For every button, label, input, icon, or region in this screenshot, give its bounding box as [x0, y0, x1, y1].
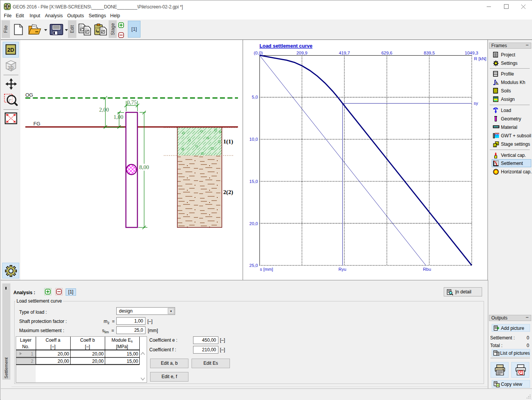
svg-text:10,0: 10,0 [249, 137, 258, 142]
svg-text:No.: No. [22, 344, 30, 349]
svg-text:1(1): 1(1) [223, 138, 233, 145]
svg-text:209,9: 209,9 [296, 51, 307, 55]
svg-text:15,0: 15,0 [249, 179, 258, 184]
svg-text:FG: FG [33, 121, 40, 127]
svg-text:Load settlement curve: Load settlement curve [259, 43, 312, 49]
svg-text:R [kN]: R [kN] [474, 56, 486, 61]
svg-text:5,0: 5,0 [252, 95, 258, 99]
svg-text:20,00: 20,00 [58, 359, 69, 364]
svg-text:419,7: 419,7 [339, 51, 350, 55]
svg-text:Module Es: Module Es [111, 337, 133, 343]
svg-text:Ryu: Ryu [339, 267, 346, 272]
svg-text:8,00: 8,00 [139, 164, 149, 170]
svg-text:1: 1 [494, 144, 496, 147]
svg-text:15,00: 15,00 [127, 351, 138, 357]
svg-text:2D: 2D [7, 47, 14, 53]
svg-text:1049,3: 1049,3 [465, 51, 478, 55]
svg-text:25,0: 25,0 [249, 263, 258, 268]
svg-text:(0,0): (0,0) [254, 51, 263, 55]
svg-text:2: 2 [31, 359, 33, 364]
svg-text:Coeff b: Coeff b [80, 337, 95, 343]
svg-text:0,75: 0,75 [127, 99, 137, 105]
svg-text:s [mm]: s [mm] [260, 267, 273, 272]
svg-text:2,00: 2,00 [99, 107, 109, 113]
svg-text:20,00: 20,00 [92, 359, 104, 364]
svg-text:OG: OG [25, 92, 33, 98]
svg-text:Coeff a: Coeff a [46, 337, 61, 343]
svg-text:2(2): 2(2) [223, 189, 233, 196]
svg-text:1: 1 [31, 351, 33, 357]
svg-text:Layer: Layer [20, 337, 31, 343]
svg-text:629,6: 629,6 [381, 51, 392, 55]
svg-text:20,00: 20,00 [58, 351, 69, 357]
svg-text:[–]: [–] [85, 344, 90, 349]
svg-text:20,0: 20,0 [249, 221, 258, 226]
svg-text:[–]: [–] [50, 344, 55, 349]
svg-text:[MPa]: [MPa] [116, 344, 128, 349]
svg-text:sy: sy [474, 101, 478, 105]
svg-text:20,00: 20,00 [92, 351, 104, 357]
svg-text:1,00: 1,00 [114, 114, 123, 120]
svg-text:Rbu: Rbu [423, 267, 431, 272]
svg-text:15,00: 15,00 [127, 359, 138, 364]
svg-text:839,5: 839,5 [424, 51, 435, 55]
svg-text:3D: 3D [8, 65, 14, 71]
